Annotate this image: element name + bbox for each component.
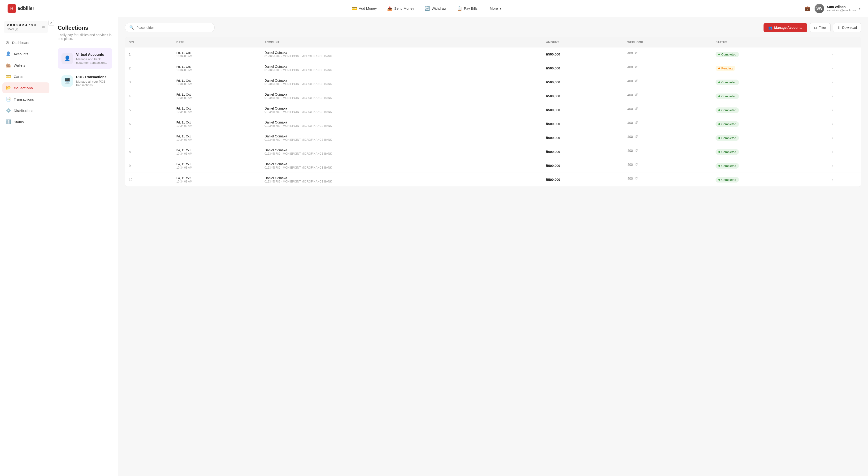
status-dot — [718, 179, 720, 181]
cell-amount: ₦500,000 — [542, 117, 624, 131]
cell-arrow[interactable]: › — [828, 173, 861, 187]
cell-arrow[interactable]: › — [828, 117, 861, 131]
panel-items: 👤 Virtual Accounts Manage and track cust… — [58, 48, 112, 91]
row-arrow-icon[interactable]: › — [832, 108, 833, 112]
nav-link-add-money[interactable]: 💳Add Money — [347, 4, 381, 13]
table-header-row: S/N DATE ACCOUNT AMOUNT WEBHOOK STATUS — [125, 37, 861, 47]
sidebar-close-button[interactable]: ✕ — [49, 20, 54, 26]
table-row[interactable]: 9 Fri, 11 Oct 10:34:03 AM Daniel Odinaka… — [125, 159, 861, 173]
refresh-icon[interactable]: ↺ — [635, 162, 638, 167]
refresh-icon[interactable]: ↺ — [635, 106, 638, 111]
search-box: 🔍 — [125, 23, 215, 32]
row-arrow-icon[interactable]: › — [832, 136, 833, 140]
cell-amount: ₦500,000 — [542, 75, 624, 89]
row-arrow-icon[interactable]: › — [832, 52, 833, 56]
table-row[interactable]: 6 Fri, 11 Oct 10:34:03 AM Daniel Odinaka… — [125, 117, 861, 131]
panel-item-pos-transactions[interactable]: 🖥️ POS Transactions Manage all your POS … — [58, 71, 112, 91]
sidebar-item-wallets[interactable]: 👜Wallets — [2, 60, 50, 71]
refresh-icon[interactable]: ↺ — [635, 134, 638, 139]
table-row[interactable]: 8 Fri, 11 Oct 10:34:03 AM Daniel Odinaka… — [125, 145, 861, 159]
nav-link-more[interactable]: More▾ — [484, 4, 506, 12]
pay-bills-nav-icon: 📋 — [457, 6, 462, 11]
row-arrow-icon[interactable]: › — [832, 122, 833, 126]
panel-item-virtual-accounts[interactable]: 👤 Virtual Accounts Manage and track cust… — [58, 48, 112, 69]
cell-date: Fri, 11 Oct 10:34:03 AM — [173, 117, 261, 131]
user-name: Sam Wilson — [827, 5, 856, 9]
cell-amount: ₦500,000 — [542, 173, 624, 187]
table-row[interactable]: 1 Fri, 11 Oct 10:34:03 AM Daniel Odinaka… — [125, 47, 861, 61]
info-icon[interactable]: i — [14, 28, 18, 31]
status-badge: Completed — [716, 94, 739, 99]
nav-link-pay-bills[interactable]: 📋Pay Bills — [453, 4, 482, 13]
row-arrow-icon[interactable]: › — [832, 80, 833, 84]
table-row[interactable]: 10 Fri, 11 Oct 10:34:03 AM Daniel Odinak… — [125, 173, 861, 187]
cell-arrow[interactable]: › — [828, 61, 861, 75]
logo-icon: R — [7, 4, 16, 13]
refresh-icon[interactable]: ↺ — [635, 79, 638, 83]
status-dot — [718, 165, 720, 167]
cell-arrow[interactable]: › — [828, 103, 861, 117]
panel-item-subtitle-virtual-accounts: Manage and track customer transactions. — [76, 57, 108, 64]
download-button[interactable]: ⬇ Download — [833, 23, 861, 32]
refresh-icon[interactable]: ↺ — [635, 93, 638, 97]
cell-webhook: 400 ↺ — [624, 117, 712, 128]
dashboard-sidebar-icon: ⊙ — [6, 40, 9, 45]
row-arrow-icon[interactable]: › — [832, 164, 833, 168]
refresh-icon[interactable]: ↺ — [635, 176, 638, 181]
status-dot — [718, 151, 720, 153]
cell-arrow[interactable]: › — [828, 159, 861, 173]
table-row[interactable]: 7 Fri, 11 Oct 10:34:03 AM Daniel Odinaka… — [125, 131, 861, 145]
cell-date: Fri, 11 Oct 10:34:03 AM — [173, 145, 261, 159]
copy-icon[interactable]: ⧉ — [42, 25, 45, 29]
withdraw-nav-icon: 🔄 — [425, 6, 430, 11]
refresh-icon[interactable]: ↺ — [635, 65, 638, 69]
account-number: 2 0 0 1 3 2 4 7 9 8 — [7, 23, 36, 27]
cell-webhook: 400 ↺ — [624, 159, 712, 170]
cell-arrow[interactable]: › — [828, 75, 861, 89]
table-row[interactable]: 3 Fri, 11 Oct 10:34:03 AM Daniel Odinaka… — [125, 75, 861, 89]
sidebar-item-dashboard[interactable]: ⊙Dashboard — [2, 37, 50, 48]
cell-arrow[interactable]: › — [828, 89, 861, 103]
cell-arrow[interactable]: › — [828, 47, 861, 61]
status-badge: Completed — [716, 149, 739, 155]
status-dot — [718, 109, 720, 111]
table-row[interactable]: 4 Fri, 11 Oct 10:34:03 AM Daniel Odinaka… — [125, 89, 861, 103]
table-row[interactable]: 5 Fri, 11 Oct 10:34:03 AM Daniel Odinaka… — [125, 103, 861, 117]
user-menu-chevron-icon[interactable]: ▾ — [859, 7, 861, 10]
search-input[interactable] — [136, 26, 210, 30]
table-row[interactable]: 2 Fri, 11 Oct 10:34:03 AM Daniel Odinaka… — [125, 61, 861, 75]
refresh-icon[interactable]: ↺ — [635, 121, 638, 125]
sidebar-item-distributions[interactable]: ⚙️Distributions — [2, 105, 50, 116]
row-arrow-icon[interactable]: › — [832, 94, 833, 98]
col-amount: AMOUNT — [542, 37, 624, 47]
sidebar-item-cards[interactable]: 💳Cards — [2, 71, 50, 82]
sidebar-item-label-cards: Cards — [14, 75, 23, 79]
cell-sn: 9 — [125, 159, 173, 173]
nav-link-send-money[interactable]: 📤Send Money — [383, 4, 418, 13]
row-arrow-icon[interactable]: › — [832, 150, 833, 154]
cell-status: Completed — [712, 47, 828, 61]
sidebar-item-status[interactable]: ℹ️Status — [2, 116, 50, 127]
sidebar-item-accounts[interactable]: 👤Accounts — [2, 48, 50, 59]
cell-amount: ₦500,000 — [542, 89, 624, 103]
sidebar-item-transactions[interactable]: 📑Transactions — [2, 94, 50, 105]
cell-amount: ₦500,000 — [542, 145, 624, 159]
cell-account: Daniel Odinaka 0123456789 - MONIEPOINT M… — [261, 131, 542, 145]
wallet-icon-button[interactable]: 💼 — [803, 4, 812, 13]
cell-status: Completed — [712, 145, 828, 159]
account-badge: 2 0 0 1 3 2 4 7 9 8 JBAN i ⧉ — [4, 21, 48, 33]
cell-sn: 1 — [125, 47, 173, 61]
nav-link-withdraw[interactable]: 🔄Withdraw — [420, 4, 451, 13]
cell-arrow[interactable]: › — [828, 145, 861, 159]
left-panel: Collections Easily pay for utilities and… — [52, 17, 118, 476]
sidebar-item-label-collections: Collections — [14, 86, 33, 90]
row-arrow-icon[interactable]: › — [832, 66, 833, 70]
sidebar-item-collections[interactable]: 📂Collections — [2, 82, 50, 93]
manage-accounts-button[interactable]: 👥 Manage Accounts — [764, 23, 807, 32]
filter-button[interactable]: ⊟ Filter — [810, 23, 831, 32]
row-arrow-icon[interactable]: › — [832, 177, 833, 181]
refresh-icon[interactable]: ↺ — [635, 51, 638, 55]
refresh-icon[interactable]: ↺ — [635, 148, 638, 153]
cell-arrow[interactable]: › — [828, 131, 861, 145]
cell-status: Completed — [712, 173, 828, 187]
